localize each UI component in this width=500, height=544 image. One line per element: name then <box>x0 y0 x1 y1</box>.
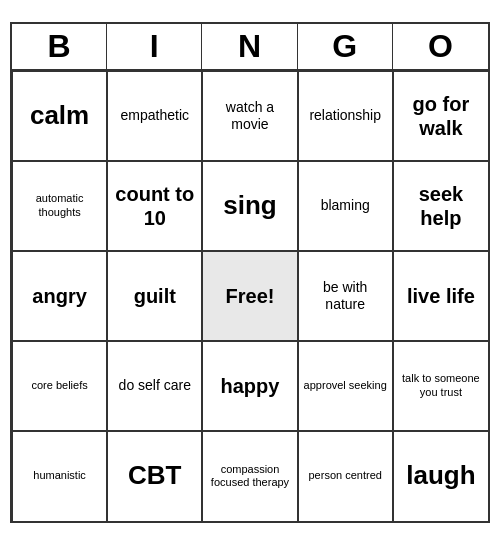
bingo-header: BINGO <box>12 24 488 71</box>
cell-text: empathetic <box>121 107 189 124</box>
bingo-cell: relationship <box>298 71 393 161</box>
bingo-cell: automatic thoughts <box>12 161 107 251</box>
bingo-cell: count to 10 <box>107 161 202 251</box>
bingo-cell: sing <box>202 161 297 251</box>
cell-text: sing <box>223 190 276 221</box>
bingo-cell: watch a movie <box>202 71 297 161</box>
cell-text: relationship <box>309 107 381 124</box>
cell-text: be with nature <box>303 279 388 313</box>
cell-text: approvel seeking <box>304 379 387 392</box>
cell-text: humanistic <box>33 469 86 482</box>
bingo-cell: happy <box>202 341 297 431</box>
bingo-cell: humanistic <box>12 431 107 521</box>
cell-text: compassion focused therapy <box>207 463 292 489</box>
cell-text: person centred <box>309 469 382 482</box>
header-letter: O <box>393 24 488 69</box>
bingo-cell: do self care <box>107 341 202 431</box>
cell-text: talk to someone you trust <box>398 372 484 398</box>
bingo-cell: angry <box>12 251 107 341</box>
cell-text: live life <box>407 284 475 308</box>
cell-text: CBT <box>128 460 181 491</box>
bingo-cell: blaming <box>298 161 393 251</box>
bingo-cell: approvel seeking <box>298 341 393 431</box>
cell-text: calm <box>30 100 89 131</box>
cell-text: blaming <box>321 197 370 214</box>
header-letter: G <box>298 24 393 69</box>
header-letter: I <box>107 24 202 69</box>
bingo-cell: calm <box>12 71 107 161</box>
cell-text: guilt <box>134 284 176 308</box>
bingo-cell: be with nature <box>298 251 393 341</box>
bingo-cell: go for walk <box>393 71 488 161</box>
cell-text: watch a movie <box>207 99 292 133</box>
cell-text: automatic thoughts <box>17 192 102 218</box>
bingo-cell: core beliefs <box>12 341 107 431</box>
bingo-cell: compassion focused therapy <box>202 431 297 521</box>
bingo-cell: live life <box>393 251 488 341</box>
cell-text: count to 10 <box>112 182 197 230</box>
cell-text: do self care <box>119 377 191 394</box>
cell-text: go for walk <box>398 92 484 140</box>
bingo-cell: laugh <box>393 431 488 521</box>
bingo-cell: guilt <box>107 251 202 341</box>
header-letter: B <box>12 24 107 69</box>
cell-text: laugh <box>406 460 475 491</box>
bingo-cell: talk to someone you trust <box>393 341 488 431</box>
bingo-cell: empathetic <box>107 71 202 161</box>
header-letter: N <box>202 24 297 69</box>
bingo-cell: seek help <box>393 161 488 251</box>
bingo-cell: person centred <box>298 431 393 521</box>
bingo-card: BINGO calmempatheticwatch a movierelatio… <box>10 22 490 523</box>
bingo-cell: CBT <box>107 431 202 521</box>
cell-text: happy <box>221 374 280 398</box>
cell-text: seek help <box>398 182 484 230</box>
cell-text: core beliefs <box>31 379 87 392</box>
cell-text: angry <box>32 284 86 308</box>
bingo-grid: calmempatheticwatch a movierelationshipg… <box>12 71 488 521</box>
bingo-cell: Free! <box>202 251 297 341</box>
cell-text: Free! <box>226 284 275 308</box>
